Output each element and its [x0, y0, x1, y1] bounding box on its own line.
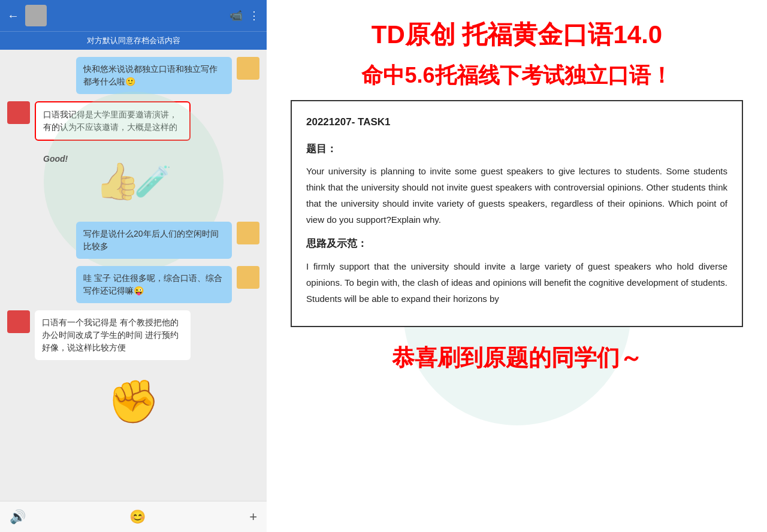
content-box: 20221207- TASK1 题目： Your university is p… [291, 100, 743, 327]
good-label: Good! [43, 154, 68, 164]
avatar-1 [237, 57, 259, 80]
right-panel: TestDaily TD原创 托福黄金口语14.0 命中5.6托福线下考试独立口… [267, 0, 767, 532]
avatar-2 [7, 101, 30, 124]
add-icon[interactable]: + [249, 509, 257, 525]
emoji-icon[interactable]: 😊 [129, 509, 146, 525]
thumbs-up-icon: 👍 [95, 160, 140, 202]
main-title: TD原创 托福黄金口语14.0 [291, 18, 743, 52]
section2-title: 思路及示范： [306, 235, 727, 253]
more-icon[interactable]: ⋮ [249, 9, 259, 22]
chat-header: ← 📹 ⋮ [0, 0, 267, 31]
fist-section: ✊ [7, 367, 259, 436]
section2-body: I firmly support that the university sho… [306, 258, 727, 307]
beaker-icon: 🧪 [134, 164, 171, 199]
message-bubble-4: 哇 宝子 记住很多呢，综合口语、综合写作还记得嘛😜 [76, 266, 232, 303]
message-bubble-3: 写作是说什么20年后人们的空闲时间比较多 [76, 222, 232, 259]
back-button[interactable]: ← [7, 9, 19, 23]
message-row-3: 写作是说什么20年后人们的空闲时间比较多 [7, 222, 259, 259]
contact-avatar [25, 5, 47, 26]
task-id: 20221207- TASK1 [306, 113, 727, 132]
chat-panel: ← 📹 ⋮ 对方默认同意存档会话内容 快和悠米说说都独立口语和独立写作都考什么啦… [0, 0, 267, 532]
message-bubble-1: 快和悠米说说都独立口语和独立写作都考什么啦🙂 [76, 57, 232, 94]
avatar-5 [7, 310, 30, 333]
sub-title: 命中5.6托福线下考试独立口语！ [291, 61, 743, 90]
message-bubble-5: 口语有一个我记得是 有个教授把他的办公时间改成了学生的时间 进行预约好像，说这样… [35, 310, 191, 360]
message-row-4: 哇 宝子 记住很多呢，综合口语、综合写作还记得嘛😜 [7, 266, 259, 303]
fist-icon: ✊ [107, 377, 159, 426]
chat-input-bar: 🔊 😊 + [0, 501, 267, 532]
header-icons: 📹 ⋮ [230, 9, 259, 22]
section1-body: Your university is planning to invite so… [306, 163, 727, 228]
section1-title: 题目： [306, 140, 727, 159]
avatar-3 [237, 222, 259, 244]
message-row-5: 口语有一个我记得是 有个教授把他的办公时间改成了学生的时间 进行预约好像，说这样… [7, 310, 259, 360]
avatar-4 [237, 266, 259, 289]
bottom-title: 恭喜刷到原题的同学们～ [291, 343, 743, 373]
chat-messages: 快和悠米说说都独立口语和独立写作都考什么啦🙂 口语我记得是大学里面要邀请演讲，有… [0, 50, 267, 501]
message-row-1: 快和悠米说说都独立口语和独立写作都考什么啦🙂 [7, 57, 259, 94]
archive-notice: 对方默认同意存档会话内容 [0, 31, 267, 50]
decorative-section: Good! 👍 🧪 [7, 148, 259, 214]
voice-icon[interactable]: 🔊 [10, 509, 26, 525]
video-icon[interactable]: 📹 [230, 9, 243, 22]
